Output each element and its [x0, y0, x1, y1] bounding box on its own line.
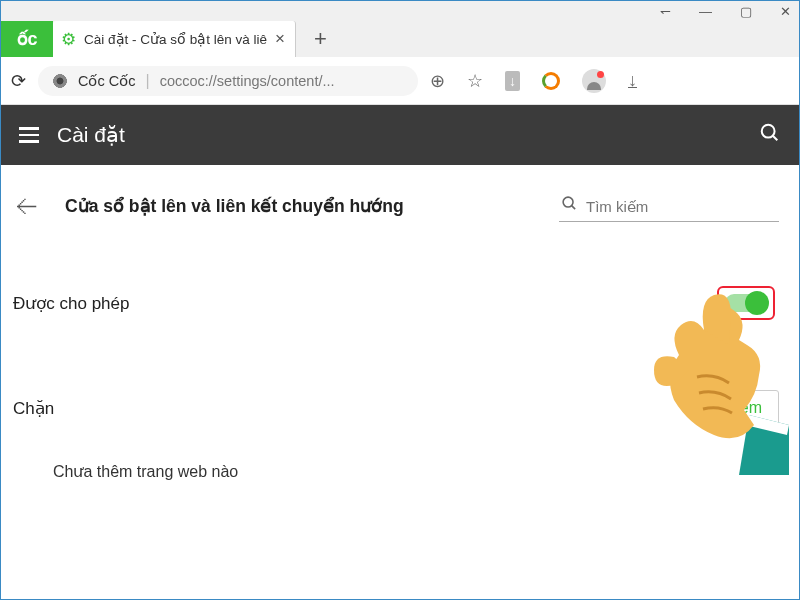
new-tab-button[interactable]: + — [314, 26, 327, 52]
tab-bar: ốc ⚙ Cài đặt - Cửa sổ bật lên và liê × + — [1, 21, 799, 57]
toolbar-icons: ⊕ ☆ ↓ ↓ — [430, 69, 637, 93]
maximize-button[interactable]: ▢ — [740, 4, 752, 19]
address-bar: ⟳ Cốc Cốc | coccoc://settings/content/..… — [1, 57, 799, 105]
settings-content: 🡠 Cửa sổ bật lên và liên kết chuyển hướn… — [1, 165, 799, 481]
allowed-toggle[interactable] — [725, 294, 767, 312]
block-row: Chặn em — [13, 390, 779, 426]
svg-line-1 — [773, 135, 778, 140]
window-controls: ↽ — ▢ ✕ — [1, 1, 799, 21]
minimize-button[interactable]: — — [699, 4, 712, 19]
svg-line-3 — [572, 206, 576, 210]
svg-point-2 — [563, 197, 573, 207]
reload-button[interactable]: ⟳ — [11, 70, 26, 92]
url-text: coccoc://settings/content/... — [160, 73, 335, 89]
settings-title: Cài đặt — [57, 123, 125, 147]
tab-title: Cài đặt - Cửa sổ bật lên và liê — [84, 31, 267, 47]
block-label: Chặn — [13, 398, 54, 419]
search-input[interactable] — [586, 198, 777, 215]
close-window-button[interactable]: ✕ — [780, 4, 791, 19]
search-icon[interactable] — [759, 122, 781, 149]
menu-button[interactable] — [19, 127, 39, 143]
close-tab-button[interactable]: × — [275, 29, 285, 49]
allowed-label: Được cho phép — [13, 293, 129, 314]
add-button[interactable]: em — [723, 390, 779, 426]
zoom-icon[interactable]: ⊕ — [430, 70, 445, 92]
search-icon — [561, 195, 578, 217]
toggle-highlight — [717, 286, 775, 320]
section-head: 🡠 Cửa sổ bật lên và liên kết chuyển hướn… — [13, 191, 779, 222]
svg-point-0 — [762, 124, 775, 137]
browser-logo: ốc — [1, 21, 53, 57]
search-box[interactable] — [559, 191, 779, 222]
settings-header: Cài đặt — [1, 105, 799, 165]
divider: | — [145, 72, 149, 90]
empty-state-text: Chưa thêm trang web nào — [53, 462, 779, 481]
browser-tab[interactable]: ⚙ Cài đặt - Cửa sổ bật lên và liê × — [53, 21, 296, 57]
url-box[interactable]: Cốc Cốc | coccoc://settings/content/... — [38, 66, 418, 96]
download-icon[interactable]: ↓ — [505, 71, 520, 91]
allowed-row: Được cho phép — [13, 286, 779, 320]
back-history-icon[interactable]: ↽ — [660, 4, 671, 19]
profile-avatar[interactable] — [582, 69, 606, 93]
extension-icon[interactable] — [542, 72, 560, 90]
site-name: Cốc Cốc — [78, 73, 135, 89]
site-icon — [52, 73, 68, 89]
bookmark-icon[interactable]: ☆ — [467, 70, 483, 92]
back-button[interactable]: 🡠 — [13, 194, 41, 220]
downloads-arrow-icon[interactable]: ↓ — [628, 70, 637, 91]
gear-icon: ⚙ — [61, 29, 76, 50]
section-title: Cửa sổ bật lên và liên kết chuyển hướng — [65, 196, 535, 217]
